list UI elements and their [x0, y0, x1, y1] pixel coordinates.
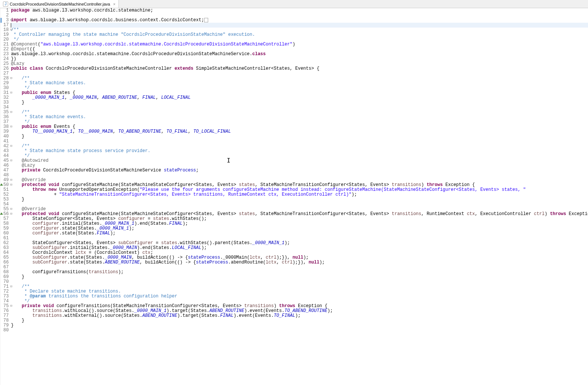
- code-line[interactable]: [11, 280, 588, 284]
- code-line[interactable]: @Component("aws.bluage.l3.workshop.cocrd…: [11, 42, 588, 47]
- java-file-icon: J: [3, 1, 8, 7]
- code-line[interactable]: */: [11, 120, 588, 124]
- code-line[interactable]: [11, 105, 588, 110]
- code-line[interactable]: [11, 328, 588, 333]
- code-line[interactable]: [11, 71, 588, 76]
- code-line[interactable]: _0000_MAIN_1, _0000_MAIN, ABEND_ROUTINE,…: [11, 95, 588, 100]
- code-line[interactable]: public class CocrdslcProcedureDivisionSt…: [11, 66, 588, 71]
- code-line[interactable]: * @param transitions the transitions con…: [11, 294, 588, 299]
- code-line[interactable]: /**: [11, 76, 588, 81]
- code-line[interactable]: }): [11, 57, 588, 61]
- code-line[interactable]: configurer.state(States.FINAL);: [11, 231, 588, 236]
- code-line[interactable]: [11, 139, 588, 144]
- code-line[interactable]: @Autowired: [11, 158, 588, 163]
- code-line[interactable]: configureTransitions(transitions);: [11, 270, 588, 275]
- code-line[interactable]: [11, 23, 588, 28]
- code-line[interactable]: [11, 173, 588, 178]
- code-line[interactable]: subConfigurer.state(States.ABEND_ROUTINE…: [11, 260, 588, 265]
- code-line[interactable]: * State machine states.: [11, 81, 588, 86]
- code-line[interactable]: }: [11, 275, 588, 280]
- code-line[interactable]: }: [11, 100, 588, 105]
- code-line[interactable]: }: [11, 323, 588, 328]
- code-line[interactable]: private CocrdslcProcedureDivisionStateMa…: [11, 168, 588, 173]
- close-icon[interactable]: ×: [113, 2, 115, 6]
- code-line[interactable]: transitions.withExternal().source(States…: [11, 313, 588, 318]
- code-line[interactable]: package aws.bluage.l3.workshop.cocrdslc.…: [11, 8, 588, 13]
- tab-filename: CocrdslcProcedureDivisionStateMachineCon…: [10, 2, 110, 6]
- code-line[interactable]: */: [11, 86, 588, 91]
- editor-tab[interactable]: J CocrdslcProcedureDivisionStateMachineC…: [0, 0, 119, 8]
- code-line[interactable]: aws.bluage.l3.workshop.cocrdslc.statemac…: [11, 52, 588, 57]
- code-line[interactable]: TO__0000_MAIN_1, TO__0000_MAIN, TO_ABEND…: [11, 129, 588, 134]
- line-number: 80: [3, 328, 9, 333]
- code-line[interactable]: }: [11, 134, 588, 139]
- code-line[interactable]: }: [11, 197, 588, 202]
- code-line[interactable]: import aws.bluage.l3.workshop.cocrdslc.b…: [11, 18, 588, 23]
- code-line[interactable]: * State machine events.: [11, 115, 588, 120]
- code-line[interactable]: [11, 202, 588, 207]
- code-line[interactable]: */: [11, 154, 588, 158]
- code-line[interactable]: }: [11, 318, 588, 323]
- code-editor[interactable]: 1231718192021222324252627282930313233343…: [0, 8, 588, 385]
- code-line[interactable]: * State machine state process service pr…: [11, 149, 588, 154]
- code-line[interactable]: + "StateMachineTransitionConfigurer<Stat…: [11, 192, 588, 197]
- code-line[interactable]: * Controller managing the state machine …: [11, 32, 588, 37]
- code-line[interactable]: /**: [11, 110, 588, 115]
- tab-bar: J CocrdslcProcedureDivisionStateMachineC…: [0, 0, 588, 8]
